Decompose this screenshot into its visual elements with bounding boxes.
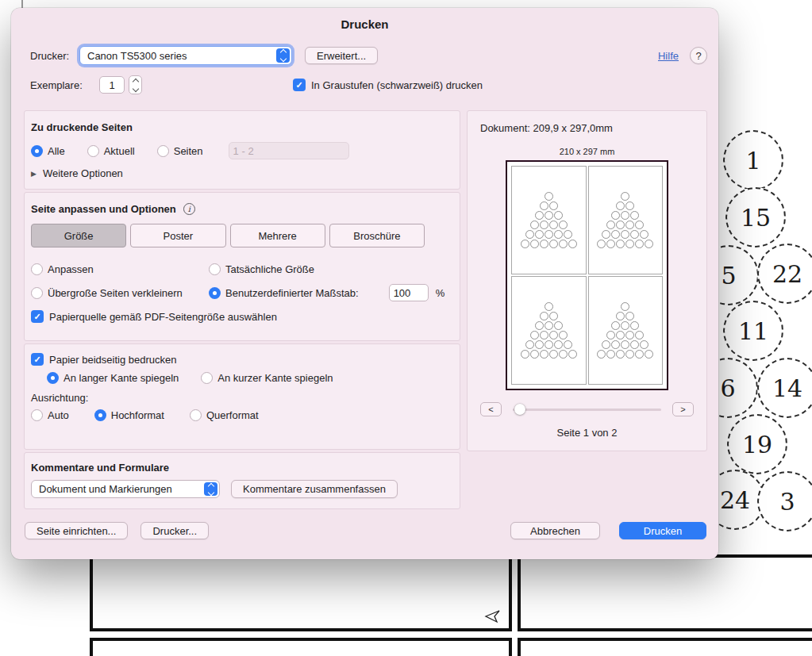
copies-label: Exemplare: (30, 79, 99, 91)
calendar-number: 6 (720, 374, 735, 402)
preview-panel: Dokument: 209,9 x 297,0mm 210 x 297 mm <… (467, 110, 707, 451)
comments-section: Kommentare und Formulare Dokument und Ma… (24, 452, 460, 509)
help-link[interactable]: Hilfe (658, 50, 679, 62)
dialog-title: Drucken (341, 17, 388, 31)
preview-slider[interactable] (513, 409, 661, 411)
radio-all[interactable]: Alle (31, 145, 65, 157)
background-frame (518, 638, 812, 656)
orientation-label: Ausrichtung: (31, 392, 453, 404)
printer-label: Drucker: (30, 50, 79, 62)
paper-source-checkbox[interactable] (31, 310, 44, 323)
preview-tree (520, 192, 577, 249)
printer-select-value: Canon TS5300 series (87, 50, 187, 62)
page-indicator: Seite 1 von 2 (468, 427, 706, 439)
cancel-button[interactable]: Abbrechen (510, 522, 600, 539)
preview-quadrant (588, 166, 664, 274)
select-arrows-icon (276, 48, 290, 63)
background-frame (90, 638, 512, 656)
copies-stepper[interactable] (129, 75, 142, 94)
more-options-disclosure[interactable]: ▶ Weitere Optionen (31, 167, 453, 179)
calendar-number: 1 (745, 147, 760, 175)
print-button[interactable]: Drucken (619, 522, 706, 539)
size-mode-segments: Größe Poster Mehrere Broschüre (31, 224, 453, 247)
radio-actual-size[interactable]: Tatsächliche Größe (209, 263, 314, 275)
custom-scale-input[interactable] (389, 284, 429, 301)
page-size-label: 210 x 297 mm (468, 147, 706, 156)
comments-select[interactable]: Dokument und Markierungen (31, 480, 220, 498)
radio-custom-scale[interactable]: Benutzerdefinierter Maßstab: (209, 287, 359, 299)
disclosure-triangle-icon: ▶ (31, 170, 37, 178)
calendar-number-circle: 11 (723, 301, 783, 361)
radio-fit[interactable]: Anpassen (31, 263, 94, 275)
radio-portrait-control[interactable] (94, 409, 106, 421)
help-icon[interactable]: ? (690, 47, 707, 64)
radio-landscape-control[interactable] (190, 409, 202, 421)
preview-quadrant (511, 276, 587, 385)
radio-short-edge[interactable]: An kurzer Kante spiegeln (201, 372, 333, 384)
select-arrows-icon (204, 482, 217, 496)
radio-fit-control[interactable] (31, 263, 43, 275)
calendar-number: 5 (721, 262, 736, 290)
duplex-section: Papier beidseitig bedrucken An langer Ka… (24, 343, 460, 450)
radio-all-control[interactable] (31, 145, 43, 157)
comments-select-value: Dokument und Markierungen (39, 483, 172, 495)
preview-page (506, 160, 668, 390)
advanced-button[interactable]: Erweitert... (305, 47, 378, 64)
segment-size[interactable]: Größe (31, 224, 126, 247)
calendar-number: 14 (772, 374, 802, 402)
grayscale-label: In Graustufen (schwarzweiß) drucken (311, 79, 483, 91)
paper-source-label: Papierquelle gemäß PDF-Seitengröße auswä… (49, 311, 277, 323)
preview-tree (520, 302, 577, 359)
grayscale-checkbox[interactable] (293, 79, 306, 91)
pointer-icon (484, 609, 502, 623)
printer-row: Drucker: Canon TS5300 series Erweitert..… (24, 46, 707, 65)
printer-select[interactable]: Canon TS5300 series (79, 46, 292, 65)
page-setup-button[interactable]: Seite einrichten... (25, 522, 128, 539)
size-section: Seite anpassen und Optionen i Größe Post… (24, 192, 460, 341)
radio-long-edge[interactable]: An langer Kante spiegeln (47, 372, 179, 384)
print-dialog: Drucken Drucker: Canon TS5300 series Erw… (11, 8, 718, 559)
calendar-number-circle: 14 (757, 358, 812, 418)
radio-shrink-oversized[interactable]: Übergroße Seiten verkleinern (31, 287, 183, 299)
radio-pages[interactable]: Seiten (157, 145, 203, 157)
preview-slider-knob[interactable] (514, 404, 525, 415)
preview-quadrant (511, 166, 587, 274)
summarize-comments-button[interactable]: Kommentare zusammenfassen (231, 480, 398, 498)
previous-page-button[interactable]: < (480, 402, 502, 416)
radio-custom-scale-control[interactable] (209, 287, 221, 299)
radio-orientation-auto[interactable]: Auto (31, 409, 69, 421)
duplex-checkbox[interactable] (31, 353, 44, 366)
next-page-button[interactable]: > (672, 402, 694, 416)
info-icon[interactable]: i (183, 203, 195, 215)
segment-multiple[interactable]: Mehrere (230, 224, 325, 247)
radio-short-edge-control[interactable] (201, 372, 213, 384)
background-frame (518, 554, 812, 631)
copies-input[interactable] (99, 76, 125, 94)
preview-quadrant (588, 276, 664, 385)
radio-portrait[interactable]: Hochformat (94, 409, 164, 421)
calendar-number-circle: 1 (723, 130, 783, 190)
radio-pages-control[interactable] (157, 145, 169, 157)
percent-label: % (436, 287, 445, 299)
radio-current-control[interactable] (87, 145, 99, 157)
segment-poster[interactable]: Poster (130, 224, 225, 247)
radio-landscape[interactable]: Querformat (190, 409, 259, 421)
printer-settings-button[interactable]: Drucker... (140, 522, 209, 539)
radio-current[interactable]: Aktuell (87, 145, 135, 157)
radio-long-edge-control[interactable] (47, 372, 59, 384)
preview-tree (597, 302, 654, 359)
calendar-number-circle: 3 (757, 471, 812, 531)
radio-shrink-control[interactable] (31, 287, 43, 299)
radio-actual-size-control[interactable] (209, 263, 221, 275)
calendar-number: 15 (741, 204, 771, 232)
background-frame (90, 554, 512, 631)
segment-booklet[interactable]: Broschüre (329, 224, 425, 247)
calendar-number: 22 (772, 260, 802, 288)
page-range-input (229, 142, 349, 159)
size-section-title: Seite anpassen und Optionen (31, 203, 176, 215)
dialog-footer: Seite einrichten... Drucker... Abbrechen… (24, 522, 707, 539)
dialog-titlebar: Drucken (11, 8, 718, 40)
calendar-number: 11 (738, 317, 768, 345)
calendar-number-circle: 19 (727, 414, 787, 474)
radio-auto-control[interactable] (31, 409, 43, 421)
